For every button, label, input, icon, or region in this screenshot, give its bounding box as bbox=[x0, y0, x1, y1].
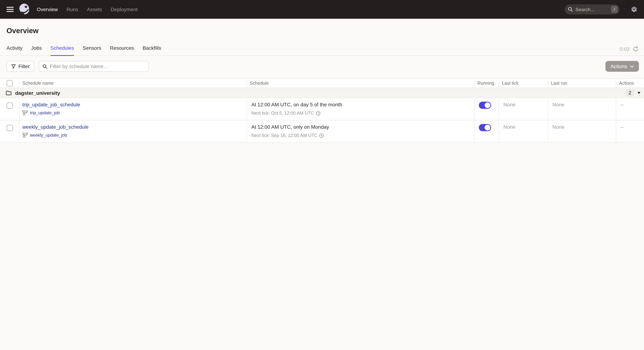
tabs: Activity Jobs Schedules Sensors Resource… bbox=[6, 40, 161, 55]
top-navbar: Overview Runs Assets Deployment / bbox=[0, 0, 644, 19]
refresh-button[interactable] bbox=[632, 46, 639, 52]
filter-button[interactable]: Filter bbox=[6, 61, 34, 72]
row-checkbox-cell bbox=[0, 98, 19, 120]
schedule-row-trip-update: trip_update_job_schedule trip_update_job… bbox=[0, 98, 644, 120]
actions-button[interactable]: Actions bbox=[606, 61, 639, 72]
dagster-logo[interactable] bbox=[17, 2, 32, 16]
nav-item-assets[interactable]: Assets bbox=[87, 6, 102, 12]
select-all-cell bbox=[0, 79, 19, 88]
hamburger-icon bbox=[6, 6, 14, 12]
schedule-cron-text: At 12:00 AM UTC, only on Monday bbox=[251, 124, 470, 130]
row-actions-value: – bbox=[616, 98, 644, 120]
job-link[interactable]: weekly_update_job bbox=[30, 133, 67, 138]
job-icon bbox=[22, 110, 28, 115]
hamburger-menu-button[interactable] bbox=[4, 3, 16, 15]
tab-activity[interactable]: Activity bbox=[6, 45, 22, 55]
search-icon bbox=[568, 7, 573, 12]
nav-item-overview[interactable]: Overview bbox=[37, 6, 58, 12]
select-all-checkbox[interactable] bbox=[6, 80, 13, 86]
global-search[interactable]: / bbox=[565, 4, 620, 14]
schedule-filter-field[interactable] bbox=[38, 61, 149, 72]
column-header-schedule-name: Schedule name bbox=[19, 79, 247, 88]
page-header: Overview bbox=[0, 19, 644, 35]
gear-icon bbox=[630, 6, 637, 13]
nav-item-deployment[interactable]: Deployment bbox=[111, 6, 138, 12]
settings-button[interactable] bbox=[629, 4, 639, 14]
column-header-last-tick: Last tick bbox=[499, 79, 548, 88]
schedules-table: Schedule name Schedule Running Last tick… bbox=[0, 79, 644, 143]
column-header-running: Running bbox=[474, 79, 499, 88]
tab-jobs[interactable]: Jobs bbox=[31, 45, 42, 55]
group-count-badge: 2 bbox=[626, 89, 634, 97]
running-toggle[interactable] bbox=[479, 124, 491, 131]
clock-icon bbox=[316, 111, 320, 115]
column-header-last-run: Last run bbox=[548, 79, 616, 88]
tab-backfills[interactable]: Backfills bbox=[142, 45, 161, 55]
group-collapse-caret[interactable] bbox=[638, 92, 640, 94]
filter-button-label: Filter bbox=[18, 63, 30, 69]
job-icon bbox=[22, 133, 28, 138]
row-checkbox[interactable] bbox=[6, 125, 13, 131]
schedules-toolbar: Filter Actions bbox=[0, 56, 644, 72]
search-icon bbox=[42, 64, 47, 69]
schedule-row-weekly-update: weekly_update_job_schedule weekly_update… bbox=[0, 120, 644, 143]
last-run-value: None bbox=[548, 120, 616, 142]
tab-sensors[interactable]: Sensors bbox=[83, 45, 101, 55]
dagster-logo-icon bbox=[18, 2, 31, 16]
tab-resources[interactable]: Resources bbox=[110, 45, 134, 55]
column-header-actions: Actions bbox=[616, 79, 644, 88]
row-checkbox-cell bbox=[0, 120, 19, 142]
nav-links: Overview Runs Assets Deployment bbox=[37, 6, 138, 12]
last-tick-value: None bbox=[499, 98, 548, 120]
page-title: Overview bbox=[6, 27, 638, 35]
repo-group-name: dagster_university bbox=[15, 90, 60, 96]
global-search-input[interactable] bbox=[576, 7, 611, 12]
row-checkbox[interactable] bbox=[6, 102, 13, 109]
next-tick-text: Next tick: Sep 18, 12:00 AM UTC bbox=[251, 133, 318, 138]
actions-button-label: Actions bbox=[610, 63, 627, 69]
search-shortcut-badge: / bbox=[611, 6, 618, 13]
chevron-down-icon bbox=[630, 65, 634, 68]
last-run-value: None bbox=[548, 98, 616, 120]
running-toggle[interactable] bbox=[479, 102, 491, 109]
refresh-timer: 0:02 bbox=[620, 46, 630, 52]
repo-group-row[interactable]: dagster_university 2 bbox=[0, 88, 644, 98]
clock-icon bbox=[319, 133, 324, 138]
funnel-icon bbox=[11, 64, 16, 69]
schedule-name-link[interactable]: weekly_update_job_schedule bbox=[22, 124, 88, 130]
folder-icon bbox=[6, 90, 12, 95]
nav-item-runs[interactable]: Runs bbox=[66, 6, 78, 12]
last-tick-value: None bbox=[499, 120, 548, 142]
refresh-icon bbox=[633, 46, 638, 52]
table-header-row: Schedule name Schedule Running Last tick… bbox=[0, 79, 644, 88]
schedule-filter-input[interactable] bbox=[50, 63, 145, 69]
schedule-name-link[interactable]: trip_update_job_schedule bbox=[22, 102, 80, 107]
job-link[interactable]: trip_update_job bbox=[30, 110, 60, 115]
next-tick-text: Next tick: Oct 5, 12:00 AM UTC bbox=[251, 111, 314, 116]
tab-schedules[interactable]: Schedules bbox=[50, 45, 74, 55]
tabs-bar: Activity Jobs Schedules Sensors Resource… bbox=[0, 40, 644, 56]
row-actions-value: – bbox=[616, 120, 644, 142]
schedule-cron-text: At 12:00 AM UTC, on day 5 of the month bbox=[251, 102, 470, 107]
column-header-schedule: Schedule bbox=[247, 79, 474, 88]
